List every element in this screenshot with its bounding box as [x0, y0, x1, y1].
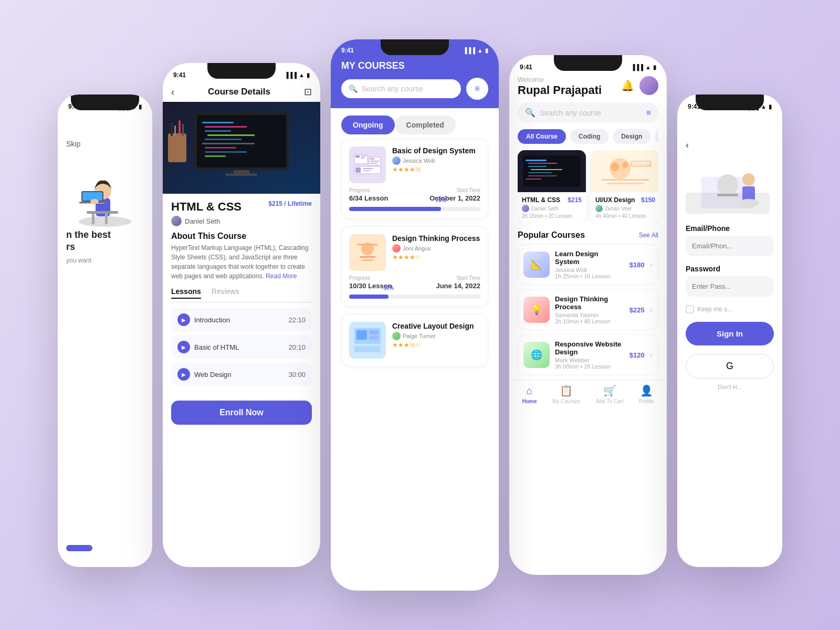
progress-label-2: Progress: [349, 275, 392, 281]
feat-avatar-2: [595, 205, 603, 212]
card-course-name-1: Basic of Design System: [392, 146, 480, 155]
skip-button[interactable]: Skip: [66, 140, 144, 148]
progress-bar-1: 70%: [349, 207, 480, 211]
course-info-section: HTML & CSS $215 / Lifetime Daniel Seth A…: [163, 194, 320, 396]
wifi-icon-2: ▲: [299, 72, 304, 78]
play-button-2[interactable]: ▶: [177, 341, 190, 353]
popular-details-2: 2h 10min • 40 Lesson: [555, 318, 624, 324]
search-placeholder-3: Search any course: [362, 85, 423, 93]
chip-all-course[interactable]: All Course: [518, 129, 566, 144]
my-courses-icon-4: 📋: [560, 384, 573, 397]
svg-rect-28: [178, 120, 181, 136]
svg-rect-19: [202, 143, 255, 144]
keep-me-checkbox[interactable]: [686, 305, 694, 313]
email-label: Email/Phone: [686, 224, 774, 233]
svg-rect-16: [205, 130, 231, 132]
nav-profile-4[interactable]: 👤 Profile: [639, 384, 654, 404]
battery-icon-5: ▮: [769, 103, 772, 110]
back-button[interactable]: ‹: [171, 87, 174, 98]
course-tabs: Lessons Reviews: [171, 287, 312, 303]
featured-card-uxui[interactable]: UI/UX Design $150 Zehan Veer 4h 40min • …: [591, 150, 658, 223]
home-bottom-nav: ⌂ Home 📋 My Courses 🛒 Add To Cart 👤 Prof…: [509, 380, 667, 411]
tagline-line3: you want: [66, 257, 144, 264]
popular-item-2[interactable]: 💡 Design Thinking Process Samanta Yasmin…: [518, 289, 658, 330]
home-search-bar[interactable]: 🔍 Search any course ≡: [518, 102, 658, 123]
lesson-item-3[interactable]: ▶ Web Design 30:00: [171, 363, 312, 386]
feat-avatar-1: [522, 205, 529, 212]
tab-lessons[interactable]: Lessons: [171, 287, 201, 299]
signal-icon-3: ▐▐▐: [463, 47, 475, 54]
login-button[interactable]: Sign In: [686, 322, 774, 345]
popular-arrow-2: ›: [650, 305, 653, 314]
popular-info-1: Learn Design System Jessica Widi 1h 25mi…: [555, 250, 624, 279]
popular-item-1[interactable]: 📐 Learn Design System Jessica Widi 1h 25…: [518, 244, 658, 285]
svg-rect-26: [171, 123, 173, 136]
phone-notch: [71, 94, 139, 110]
tab-ongoing[interactable]: Ongoing: [341, 116, 395, 134]
svg-point-71: [622, 162, 628, 168]
svg-rect-56: [526, 160, 547, 161]
filter-button-3[interactable]: ≡: [466, 78, 488, 100]
course-card-1[interactable]: Basic of Design System Jessica Widi ★★★★…: [341, 139, 488, 219]
battery-icon: ▮: [139, 103, 142, 110]
course-card-2[interactable]: Design Thinking Process Joni Angus ★★★★☆…: [341, 226, 488, 307]
chip-business[interactable]: Busin...: [655, 129, 658, 144]
phone-notch-4: [554, 55, 622, 71]
search-input-wrap-3[interactable]: 🔍 Search any course: [341, 79, 461, 98]
battery-icon-2: ▮: [307, 72, 310, 79]
svg-rect-53: [354, 346, 381, 352]
user-avatar-home[interactable]: [639, 76, 658, 95]
bookmark-button[interactable]: ⊡: [304, 86, 312, 98]
status-time-3: 9:41: [341, 47, 354, 54]
popular-item-3[interactable]: 🌐 Responsive Website Design Mark Webber …: [518, 334, 658, 375]
home-filter-icon[interactable]: ≡: [646, 108, 651, 118]
password-input[interactable]: [686, 276, 774, 297]
lesson-item-2[interactable]: ▶ Basic of HTML 20:10: [171, 335, 312, 359]
enroll-now-button[interactable]: Enroll Now: [171, 401, 312, 425]
svg-point-78: [738, 199, 759, 207]
svg-rect-75: [717, 194, 738, 196]
notification-bell-icon[interactable]: 🔔: [621, 79, 634, 92]
nav-my-courses-4[interactable]: 📋 My Courses: [552, 384, 580, 404]
nav-home-4[interactable]: ⌂ Home: [522, 385, 537, 404]
chip-design[interactable]: Design: [613, 129, 650, 144]
chip-coding[interactable]: Coding: [570, 129, 608, 144]
phone-notch-3: [381, 39, 449, 55]
svg-point-10: [90, 199, 99, 204]
google-sign-in-button[interactable]: G: [686, 354, 774, 379]
svg-rect-41: [363, 168, 373, 169]
email-input[interactable]: [686, 236, 774, 256]
about-title: About This Course: [171, 232, 312, 241]
wifi-icon-4: ▲: [645, 64, 651, 70]
play-button-1[interactable]: ▶: [177, 313, 190, 326]
see-all-button[interactable]: See All: [639, 232, 658, 239]
progress-pct-1: 70%: [436, 197, 446, 203]
lesson-item-1[interactable]: ▶ Introduction 22:10: [171, 308, 312, 331]
progress-pct-2: 30%: [383, 285, 394, 291]
tab-completed[interactable]: Completed: [395, 116, 456, 134]
card-author-name-2: Joni Angus: [403, 245, 431, 251]
login-back-button[interactable]: ‹: [686, 140, 774, 151]
nav-add-to-cart-4[interactable]: 🛒 Add To Cart: [596, 384, 624, 404]
nav-profile-label-4: Profile: [639, 398, 654, 404]
course-detail-title: Course Details: [208, 87, 270, 97]
featured-courses: HTML & CSS $215 Daniel Seth 2h 15min • 2…: [518, 150, 658, 223]
signal-icon-2: ▐▐▐: [285, 72, 297, 78]
home-search-icon: 🔍: [525, 108, 536, 118]
search-icon-3: 🔍: [349, 85, 358, 93]
tab-reviews[interactable]: Reviews: [212, 287, 239, 299]
course-thumb-1: [349, 146, 386, 183]
popular-author-3: Mark Webber: [555, 357, 590, 363]
read-more-link[interactable]: Read More: [266, 272, 297, 280]
play-button-3[interactable]: ▶: [177, 368, 190, 381]
course-detail-header: ‹ Course Details ⊡: [163, 82, 320, 102]
signal-icon-4: ▐▐▐: [631, 64, 643, 70]
popular-author-1: Jessica Widi: [555, 267, 587, 273]
nav-cart-label-4: Add To Cart: [596, 398, 624, 404]
course-card-3[interactable]: Creative Layout Design Paige Turner ★★★½…: [341, 314, 488, 366]
feat-author-2: Zehan Veer: [605, 206, 632, 212]
svg-rect-25: [168, 133, 186, 162]
courses-scroll-area[interactable]: Basic of Design System Jessica Widi ★★★★…: [331, 139, 499, 591]
svg-rect-50: [356, 330, 367, 340]
featured-card-html-css[interactable]: HTML & CSS $215 Daniel Seth 2h 15min • 2…: [518, 150, 586, 223]
